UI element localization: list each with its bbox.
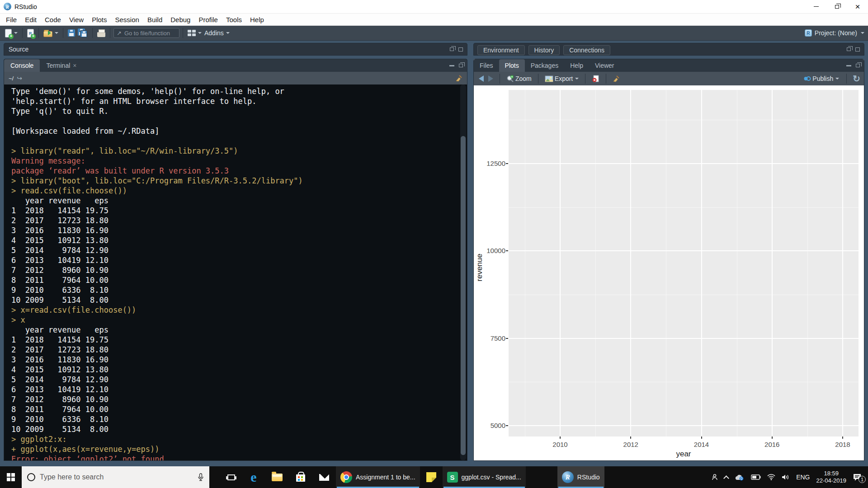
gridline-x-major xyxy=(560,90,561,436)
onedrive-sync-icon[interactable] xyxy=(735,474,745,481)
system-tray: ENG 18:59 22-04-2019 1 xyxy=(711,470,868,484)
save-all-button[interactable] xyxy=(76,28,89,38)
console-dir-arrow-icon[interactable]: ↪ xyxy=(17,75,22,82)
console-line-command: > library("boot", lib.loc="C:/Program Fi… xyxy=(11,176,459,186)
tab-packages[interactable]: Packages xyxy=(525,59,564,72)
taskbar-search-input[interactable]: Type here to search xyxy=(22,466,209,488)
new-file-button[interactable]: + xyxy=(4,28,19,38)
toolbar-separator xyxy=(110,28,110,38)
tab-files[interactable]: Files xyxy=(474,59,499,72)
plots-restore-icon[interactable] xyxy=(856,64,860,67)
gridline-y-minor xyxy=(509,295,859,295)
export-caret-icon xyxy=(575,78,579,80)
edge-button[interactable]: e xyxy=(242,466,265,488)
rstudio-window: R RStudio × FileEditCodeViewPlotsSession… xyxy=(0,0,868,488)
console-line-output: 4 2015 10912 13.80 xyxy=(11,235,459,245)
menu-tools[interactable]: Tools xyxy=(222,14,246,26)
clear-console-button[interactable] xyxy=(455,75,462,82)
rstudio-window-button[interactable]: R RStudio xyxy=(557,466,604,488)
console-scrollbar[interactable] xyxy=(460,84,466,460)
addins-button[interactable]: Addins xyxy=(203,28,231,38)
tab-viewer[interactable]: Viewer xyxy=(589,59,620,72)
zoom-plot-button[interactable]: Zoom xyxy=(505,74,533,84)
gridline-x-minor xyxy=(595,90,596,436)
new-project-button[interactable]: R+ xyxy=(26,28,35,38)
broom-icon xyxy=(455,75,462,82)
chrome-window-label: Assignment 1 to be... xyxy=(356,474,415,481)
store-button[interactable] xyxy=(289,466,312,488)
open-file-button[interactable] xyxy=(42,28,60,38)
console-body[interactable]: Type 'demo()' for some demos, 'help()' f… xyxy=(4,84,467,460)
tab-console[interactable]: Console xyxy=(4,59,40,72)
menu-file[interactable]: File xyxy=(2,14,21,26)
remove-plot-button[interactable] xyxy=(590,74,601,84)
tab-history[interactable]: History xyxy=(528,45,560,55)
mail-button[interactable] xyxy=(312,466,336,488)
console-line-command: > x xyxy=(11,315,459,325)
source-restore-icon[interactable] xyxy=(450,47,454,51)
menu-debug[interactable]: Debug xyxy=(166,14,194,26)
console-scrollbar-thumb[interactable] xyxy=(461,136,466,455)
people-icon[interactable] xyxy=(711,474,718,481)
environment-restore-icon[interactable] xyxy=(847,47,851,51)
clock[interactable]: 18:59 22-04-2019 xyxy=(816,470,847,484)
volume-icon[interactable] xyxy=(782,474,790,480)
plot-forward-button[interactable] xyxy=(487,75,495,83)
refresh-plot-button[interactable]: ↻ xyxy=(853,74,860,83)
chrome-icon xyxy=(340,471,352,483)
environment-maximize-icon[interactable] xyxy=(855,47,860,52)
env-tab-strip: EnvironmentHistoryConnections xyxy=(474,43,612,56)
close-terminal-icon[interactable]: × xyxy=(73,62,76,69)
plot-back-button[interactable] xyxy=(477,75,485,83)
tab-plots[interactable]: Plots xyxy=(499,59,525,72)
restore-button[interactable] xyxy=(826,0,847,14)
publish-button[interactable]: Publish xyxy=(802,74,840,83)
menu-view[interactable]: View xyxy=(65,14,88,26)
export-plot-button[interactable]: Export xyxy=(543,74,580,83)
menu-session[interactable]: Session xyxy=(111,14,143,26)
start-button[interactable] xyxy=(0,466,22,488)
tray-expand-chevron-icon[interactable] xyxy=(724,474,728,480)
gridline-x-minor xyxy=(666,90,666,436)
print-button[interactable] xyxy=(96,28,107,38)
clear-all-plots-button[interactable] xyxy=(611,74,621,83)
save-button[interactable] xyxy=(66,28,76,38)
menu-help[interactable]: Help xyxy=(246,14,268,26)
menu-code[interactable]: Code xyxy=(41,14,65,26)
file-explorer-button[interactable] xyxy=(265,466,289,488)
console-line-output: 3 2016 11830 16.90 xyxy=(11,225,459,235)
sticky-notes-button[interactable] xyxy=(420,466,443,488)
windows-logo-icon xyxy=(7,473,15,481)
menu-plots[interactable]: Plots xyxy=(88,14,111,26)
tab-help[interactable]: Help xyxy=(564,59,589,72)
toolbar-separator xyxy=(38,28,39,38)
battery-icon[interactable] xyxy=(751,474,761,480)
console-restore-icon[interactable] xyxy=(459,64,463,67)
task-view-button[interactable] xyxy=(220,466,242,488)
close-button[interactable]: × xyxy=(847,0,868,14)
tab-environment[interactable]: Environment xyxy=(477,45,525,55)
console-working-dir[interactable]: ~/ xyxy=(9,75,14,82)
language-indicator[interactable]: ENG xyxy=(796,474,810,481)
plots-pane: FilesPlotsPackagesHelpViewer Zoom xyxy=(473,59,864,461)
source-maximize-icon[interactable] xyxy=(458,47,463,52)
console-minimize-icon[interactable] xyxy=(449,65,454,66)
pane-layout-button[interactable] xyxy=(186,29,203,37)
chrome-window-button[interactable]: Assignment 1 to be... xyxy=(336,466,420,488)
tab-connections[interactable]: Connections xyxy=(563,45,610,55)
menu-build[interactable]: Build xyxy=(143,14,166,26)
addins-label: Addins xyxy=(204,29,224,37)
menu-edit[interactable]: Edit xyxy=(21,14,41,26)
microphone-icon[interactable] xyxy=(198,473,204,481)
main-toolbar: + R+ ↗ Go to file/function Addins xyxy=(0,26,868,41)
spreadsheet-window-button[interactable]: S ggplot.csv - Spread... xyxy=(443,466,526,488)
goto-file-input[interactable]: ↗ Go to file/function xyxy=(113,28,179,38)
tray-time: 18:59 xyxy=(816,470,847,477)
menu-profile[interactable]: Profile xyxy=(194,14,222,26)
minimize-button[interactable] xyxy=(806,0,826,14)
tab-terminal[interactable]: Terminal× xyxy=(40,59,83,72)
action-center-button[interactable]: 1 xyxy=(853,473,862,481)
project-selector[interactable]: R Project: (None) xyxy=(805,29,864,37)
wifi-icon[interactable] xyxy=(767,474,775,480)
plots-minimize-icon[interactable] xyxy=(846,65,851,66)
